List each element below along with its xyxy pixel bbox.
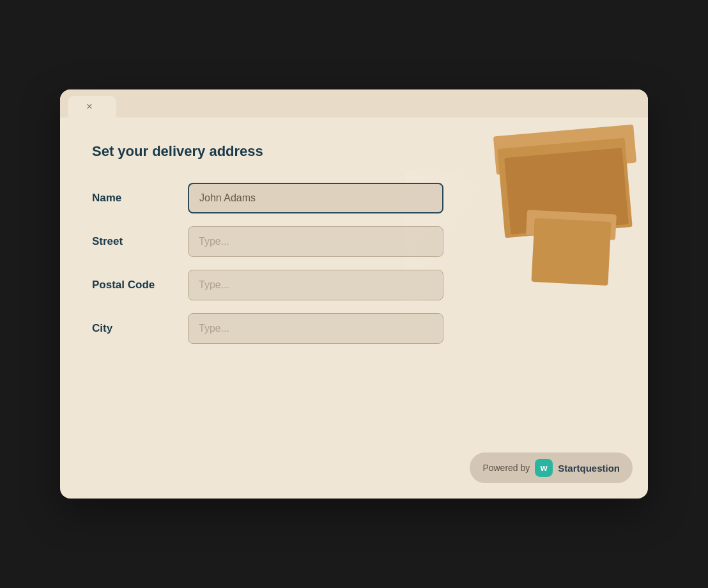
form-row-name: Name [92, 183, 616, 213]
modal-window: × Set your delivery address Name Street … [60, 89, 648, 499]
input-city[interactable] [188, 313, 443, 344]
input-postal-code[interactable] [188, 270, 443, 300]
close-button[interactable]: × [81, 98, 98, 116]
modal-body: Set your delivery address Name Street Po… [60, 118, 648, 499]
input-name[interactable] [188, 183, 443, 213]
tab-bar: × [60, 89, 648, 118]
active-tab: × [68, 96, 116, 118]
form-section: Set your delivery address Name Street Po… [60, 118, 648, 499]
close-icon: × [86, 101, 92, 112]
input-street[interactable] [188, 226, 443, 257]
form-row-postal-code: Postal Code [92, 270, 616, 300]
label-street: Street [92, 235, 188, 248]
form-title: Set your delivery address [92, 143, 616, 160]
powered-by-badge[interactable]: Powered by w Startquestion [470, 453, 633, 483]
label-postal-code: Postal Code [92, 279, 188, 291]
powered-by-label: Powered by [482, 463, 530, 473]
startquestion-brand-name: Startquestion [558, 463, 620, 474]
brand-icon-letter: w [541, 463, 548, 473]
label-name: Name [92, 192, 188, 205]
startquestion-logo-icon: w [535, 459, 553, 477]
form-row-city: City [92, 313, 616, 344]
label-city: City [92, 322, 188, 335]
form-row-street: Street [92, 226, 616, 257]
